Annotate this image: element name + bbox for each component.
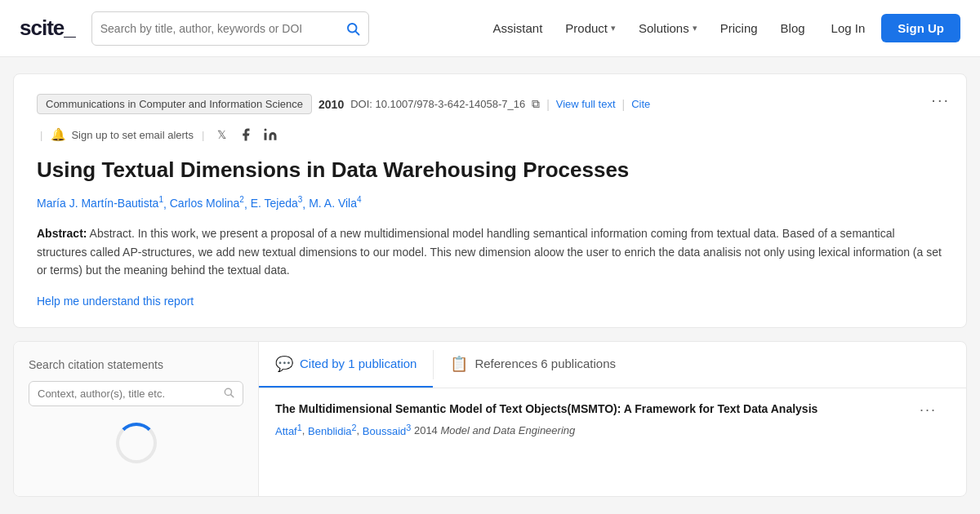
doi-text: DOI: 10.1007/978-3-642-14058-7_16 (350, 98, 525, 110)
citation-search-icon (223, 387, 234, 401)
social-icons: 𝕏 (212, 126, 279, 144)
product-chevron-icon: ▾ (611, 23, 616, 33)
author-1[interactable]: María J. Martín-Bautista1 (37, 197, 163, 210)
year-badge: 2010 (318, 98, 344, 111)
help-link[interactable]: Help me understand this report (37, 295, 194, 308)
author-3[interactable]: E. Tejeda3 (251, 197, 303, 210)
linkedin-icon[interactable] (261, 126, 279, 144)
search-input[interactable] (100, 22, 345, 35)
paper-meta-row: Communications in Computer and Informati… (37, 94, 943, 114)
nav-links: Assistant Product ▾ Solutions ▾ Pricing … (385, 14, 960, 42)
paper-title: Using Textual Dimensions in Data Warehou… (37, 157, 943, 184)
twitter-icon[interactable]: 𝕏 (212, 126, 230, 144)
nav-blog[interactable]: Blog (771, 15, 815, 42)
svg-line-1 (355, 31, 359, 34)
bell-icon: 🔔 (51, 127, 66, 142)
search-button[interactable] (345, 21, 360, 36)
citation-meta: Attaf1, Benblidia2, Boussaid3 2014 Model… (275, 422, 950, 436)
sidebar-search-title: Search citation statements (29, 358, 243, 371)
svg-rect-2 (265, 133, 267, 140)
main-area: ··· Communications in Computer and Infor… (0, 57, 980, 497)
citation-title: The Multidimensional Semantic Model of T… (275, 401, 950, 418)
references-icon: 📋 (450, 355, 468, 373)
loading-spinner (29, 406, 243, 480)
citation-search-box[interactable] (29, 381, 243, 406)
search-bar[interactable] (91, 11, 369, 46)
citation-year: 2014 (414, 425, 438, 437)
login-button[interactable]: Log In (818, 15, 879, 42)
cited-by-icon: 💬 (275, 355, 293, 373)
navbar: scite_ Assistant Product ▾ Solutions ▾ P… (0, 0, 980, 57)
citation-author-3[interactable]: Boussaid3 (363, 425, 412, 437)
tab-cited-by[interactable]: 💬 Cited by 1 publication (259, 342, 433, 388)
bottom-section: Search citation statements 💬 (13, 341, 967, 497)
nav-solutions[interactable]: Solutions ▾ (629, 15, 707, 42)
journal-badge: Communications in Computer and Informati… (37, 94, 312, 114)
alert-row: | 🔔 Sign up to set email alerts | 𝕏 (37, 126, 943, 144)
cite-link[interactable]: Cite (631, 98, 650, 110)
svg-line-5 (231, 394, 234, 397)
author-2[interactable]: Carlos Molina2 (170, 197, 244, 210)
facebook-icon[interactable] (237, 126, 255, 144)
paper-card: ··· Communications in Computer and Infor… (13, 73, 967, 328)
citation-item-row: The Multidimensional Semantic Model of T… (275, 401, 950, 437)
citation-search-input[interactable] (38, 388, 223, 400)
nav-assistant[interactable]: Assistant (483, 15, 552, 42)
tab-references[interactable]: 📋 References 6 publications (434, 342, 632, 388)
alert-separator-left: | (40, 129, 42, 141)
author-4[interactable]: M. A. Vila4 (309, 197, 361, 210)
citation-item: The Multidimensional Semantic Model of T… (259, 388, 966, 450)
nav-product[interactable]: Product ▾ (555, 15, 626, 42)
copy-icon[interactable]: ⧉ (532, 97, 540, 111)
abstract-text: Abstract: Abstract. In this work, we pre… (37, 224, 943, 279)
logo: scite_ (20, 16, 75, 41)
authors-list: María J. Martín-Bautista1, Carlos Molina… (37, 196, 943, 210)
view-fulltext-link[interactable]: View full text (556, 98, 616, 110)
solutions-chevron-icon: ▾ (693, 23, 697, 33)
alert-separator-right: | (202, 129, 204, 141)
separator-2: | (622, 98, 626, 111)
tabs-area: 💬 Cited by 1 publication 📋 References 6 … (259, 342, 966, 496)
signup-button[interactable]: Sign Up (881, 14, 960, 42)
tabs-header: 💬 Cited by 1 publication 📋 References 6 … (259, 342, 966, 388)
sidebar-search: Search citation statements (14, 342, 259, 496)
citation-author-2[interactable]: Benblidia2 (308, 425, 357, 437)
more-options-button[interactable]: ··· (931, 91, 950, 109)
citation-author-1[interactable]: Attaf1 (275, 425, 302, 437)
nav-pricing[interactable]: Pricing (710, 15, 768, 42)
citation-journal: Model and Data Engineering (440, 425, 575, 437)
citation-more-options[interactable]: ··· (920, 401, 937, 419)
svg-point-3 (265, 129, 267, 131)
separator-1: | (546, 98, 550, 111)
alert-text: Sign up to set email alerts (71, 129, 194, 141)
